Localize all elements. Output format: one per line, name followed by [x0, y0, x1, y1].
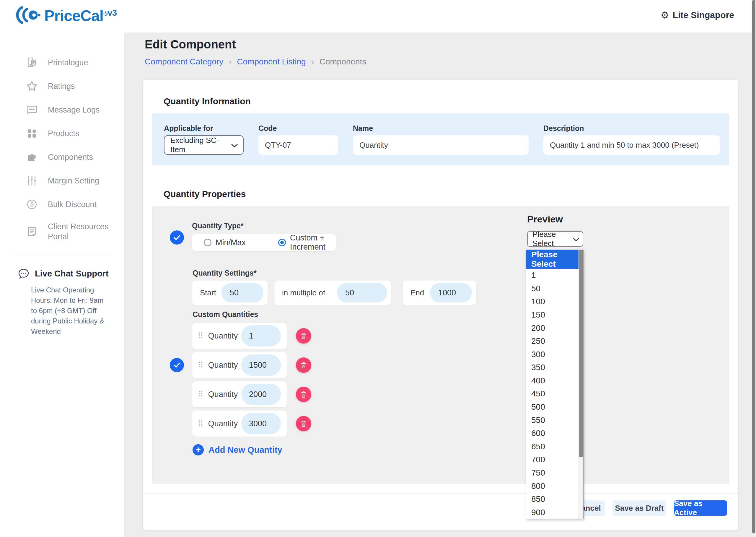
custom-quantity-row: ⠿Quantity1500 — [192, 352, 375, 378]
add-new-quantity-button[interactable]: + Add New Quantity — [192, 444, 282, 455]
quantity-value-input[interactable]: 3000 — [241, 413, 281, 434]
multiple-input[interactable]: 50 — [337, 283, 387, 303]
quantity-type-box: Min/Max Custom + Increment — [192, 234, 336, 251]
custom-increment-radio[interactable] — [278, 239, 286, 246]
sidebar-item-label: Ratings — [48, 81, 75, 91]
ratings-icon — [25, 80, 38, 93]
delete-quantity-button[interactable] — [296, 357, 311, 373]
sidebar-divider — [12, 255, 109, 255]
sidebar-item-bulk-discount[interactable]: $Bulk Discount — [25, 198, 124, 211]
delete-quantity-button[interactable] — [296, 416, 311, 431]
preview-option-900[interactable]: 900 — [526, 506, 578, 519]
app-logo[interactable]: PriceCal®v3 — [15, 5, 117, 26]
preview-option-250[interactable]: 250 — [526, 335, 578, 348]
name-input[interactable]: Quantity — [353, 135, 529, 155]
breadcrumb-component-category[interactable]: Component Category — [145, 57, 223, 66]
preview-option-850[interactable]: 850 — [526, 493, 578, 506]
preview-option-50[interactable]: 50 — [526, 282, 578, 295]
gear-icon: ⚙ — [660, 10, 669, 20]
logo-registered-mark: ® — [103, 10, 107, 17]
preview-option-150[interactable]: 150 — [526, 309, 578, 322]
edit-component-card: Quantity Information Applicable for Excl… — [143, 80, 738, 530]
trash-icon — [300, 420, 307, 428]
preview-option-1[interactable]: 1 — [526, 269, 578, 282]
drag-handle-icon[interactable]: ⠿ — [198, 391, 204, 398]
preview-option-650[interactable]: 650 — [526, 440, 578, 453]
products-icon — [25, 127, 38, 140]
sidebar-item-components[interactable]: Components — [25, 151, 124, 164]
drag-handle-icon[interactable]: ⠿ — [198, 361, 204, 369]
start-input[interactable]: 50 — [221, 283, 263, 303]
delete-quantity-button[interactable] — [296, 328, 311, 344]
top-bar: PriceCal®v3 ⚙ Lite Singapore — [0, 0, 756, 32]
custom-increment-radio-label[interactable]: Custom + Increment — [290, 233, 336, 252]
preview-option-300[interactable]: 300 — [526, 348, 578, 361]
multiple-label: in multiple of — [282, 281, 325, 305]
custom-quantity-card: ⠿Quantity2000 — [192, 381, 287, 407]
preview-option-750[interactable]: 750 — [526, 467, 578, 480]
page-scrollbar[interactable] — [752, 0, 756, 537]
quantity-type-check-icon — [170, 230, 184, 245]
sidebar-item-message-logs[interactable]: Message Logs — [25, 103, 124, 116]
workspace-name: Lite Singapore — [673, 10, 734, 20]
sidebar-item-ratings[interactable]: Ratings — [25, 80, 124, 93]
dropdown-scrollbar[interactable] — [578, 250, 583, 519]
custom-quantities-label: Custom Quantities — [192, 310, 258, 319]
preview-option-550[interactable]: 550 — [526, 414, 578, 427]
preview-select-value: Please Select — [533, 230, 573, 248]
end-setting-box: End 1000 — [403, 281, 476, 305]
preview-option-600[interactable]: 600 — [526, 427, 578, 440]
sidebar-item-client-resources-portal[interactable]: Client Resources Portal — [25, 222, 124, 242]
page-scrollbar-thumb[interactable] — [752, 0, 755, 533]
custom-quantity-row: ⠿Quantity2000 — [192, 381, 375, 407]
app-root: PrintalogueRatingsMessage LogsProductsCo… — [0, 0, 756, 537]
drag-handle-icon[interactable]: ⠿ — [198, 332, 204, 340]
components-icon — [25, 151, 38, 164]
quantity-value-input[interactable]: 1 — [241, 325, 281, 347]
preview-option-200[interactable]: 200 — [526, 321, 578, 335]
sidebar-item-label: Products — [48, 129, 79, 139]
logo-text: PriceCal®v3 — [44, 7, 117, 24]
sidebar-item-products[interactable]: Products — [25, 127, 124, 140]
delete-quantity-button[interactable] — [296, 387, 311, 402]
breadcrumb: Component Category›Component Listing›Com… — [145, 57, 366, 67]
sidebar-item-label: Bulk Discount — [48, 199, 97, 209]
save-as-active-button[interactable]: Save as Active — [674, 500, 727, 516]
preview-option-700[interactable]: 700 — [526, 453, 578, 467]
code-input[interactable]: QTY-07 — [259, 135, 338, 155]
svg-text:$: $ — [30, 201, 33, 208]
end-input[interactable]: 1000 — [430, 283, 472, 303]
preview-option-500[interactable]: 500 — [526, 400, 578, 414]
preview-option-800[interactable]: 800 — [526, 479, 578, 493]
preview-option-please-select[interactable]: Please Select — [526, 250, 578, 269]
quantity-value-input[interactable]: 1500 — [241, 354, 281, 376]
quantity-type-label: Quantity Type* — [192, 222, 244, 230]
name-label: Name — [353, 124, 373, 133]
plus-icon: + — [192, 444, 204, 455]
preview-select[interactable]: Please Select — [527, 231, 583, 247]
preview-option-450[interactable]: 450 — [526, 387, 578, 400]
logo-version: v3 — [107, 8, 117, 18]
quantity-value-input[interactable]: 2000 — [241, 384, 281, 405]
applicable-for-label: Applicable for — [164, 124, 213, 133]
description-input[interactable]: Quantity 1 and min 50 to max 3000 (Prese… — [543, 135, 720, 155]
message-logs-icon — [25, 103, 38, 116]
preview-option-400[interactable]: 400 — [526, 374, 578, 388]
page-title: Edit Component — [145, 38, 236, 51]
workspace-switcher[interactable]: ⚙ Lite Singapore — [660, 10, 734, 20]
trash-icon — [300, 361, 307, 369]
preview-option-100[interactable]: 100 — [526, 295, 578, 309]
minmax-radio-label[interactable]: Min/Max — [216, 238, 246, 247]
drag-handle-icon[interactable]: ⠿ — [198, 420, 204, 428]
minmax-radio[interactable] — [204, 239, 212, 246]
preview-option-350[interactable]: 350 — [526, 361, 578, 374]
dropdown-scrollbar-thumb[interactable] — [579, 250, 583, 457]
sidebar-item-margin-setting[interactable]: Margin Setting — [25, 174, 124, 187]
sidebar-item-printalogue[interactable]: Printalogue — [25, 56, 124, 69]
save-as-draft-button[interactable]: Save as Draft — [613, 500, 666, 516]
custom-quantity-row: ⠿Quantity1 — [192, 323, 375, 349]
applicable-for-select[interactable]: Excluding SC-Item — [164, 135, 244, 155]
code-label: Code — [259, 124, 277, 133]
breadcrumb-component-listing[interactable]: Component Listing — [237, 57, 306, 66]
quantity-settings-label: Quantity Settings* — [192, 269, 257, 277]
